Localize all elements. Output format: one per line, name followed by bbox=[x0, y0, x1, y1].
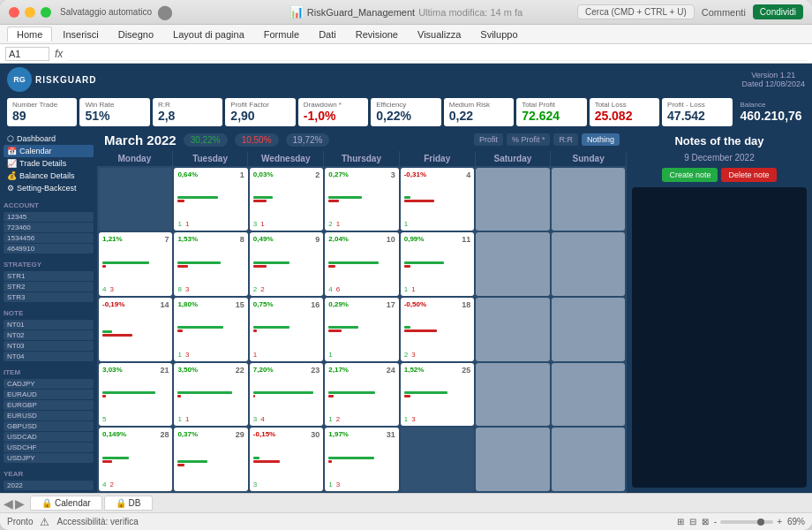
filter-item-str1[interactable]: STR1 bbox=[4, 271, 94, 281]
calendar-cell-31[interactable]: 1,97%3113 bbox=[325, 428, 398, 491]
filter-profit-btn[interactable]: Profit bbox=[474, 133, 503, 146]
calendar-cell-29[interactable]: 0,37%29 bbox=[174, 428, 247, 491]
calendar-cell-2[interactable]: 0,03%231 bbox=[250, 168, 323, 231]
view-page-icon[interactable]: ⊟ bbox=[689, 517, 696, 526]
calendar-cell-3[interactable]: 0,27%321 bbox=[325, 168, 398, 231]
delete-note-button[interactable]: Delete note bbox=[721, 168, 776, 182]
calendar-cell-26[interactable] bbox=[476, 363, 549, 427]
filter-item-euraud[interactable]: EURAUD bbox=[4, 390, 94, 399]
view-normal-icon[interactable]: ⊞ bbox=[677, 517, 684, 526]
sidebar-item-balance[interactable]: 💰Balance Details bbox=[4, 170, 94, 182]
calendar-cell-4[interactable]: -0,31%41 bbox=[401, 168, 474, 231]
calendar-cell-28[interactable]: 0,149%2842 bbox=[99, 428, 172, 491]
calendar-cell-32[interactable] bbox=[401, 428, 474, 491]
filter-item-usdcad[interactable]: USDCAD bbox=[4, 432, 94, 442]
cell-reference[interactable]: A1 bbox=[5, 47, 49, 61]
calendar-cell-1[interactable]: 0,64%111 bbox=[174, 168, 247, 231]
filter-item-eurusd[interactable]: EURUSD bbox=[4, 411, 94, 420]
autosave-toggle[interactable]: ⬤ bbox=[157, 4, 173, 20]
share-button[interactable]: Condividi bbox=[753, 4, 803, 19]
cell-day-3: 3 bbox=[391, 170, 395, 179]
sidebar-item-calendar[interactable]: 📅Calendar bbox=[4, 145, 94, 157]
maximize-button[interactable] bbox=[41, 7, 51, 18]
calendar-cell-19[interactable] bbox=[476, 298, 549, 361]
calendar-cell-8[interactable]: 1,53%883 bbox=[174, 232, 247, 296]
close-button[interactable] bbox=[9, 7, 19, 18]
create-note-button[interactable]: Create note bbox=[662, 168, 718, 182]
calendar-cell-21[interactable]: 3,03%215 bbox=[99, 363, 172, 427]
calendar-cell-5[interactable] bbox=[476, 168, 549, 231]
filter-item-nt03[interactable]: NT03 bbox=[4, 341, 94, 351]
filter-item-eurgbp[interactable]: EURGBP bbox=[4, 400, 94, 410]
green-bar-14 bbox=[102, 330, 112, 333]
calendar-cell-6[interactable] bbox=[552, 168, 625, 231]
tab-home[interactable]: Home bbox=[7, 26, 52, 42]
calendar-cell-22[interactable]: 3,50%2211 bbox=[174, 363, 247, 427]
tab-layout[interactable]: Layout di pagina bbox=[164, 27, 253, 42]
zoom-out-icon[interactable]: - bbox=[714, 517, 717, 526]
calendar-cell-17[interactable]: 0,29%171 bbox=[325, 298, 398, 361]
filter-item-account-4[interactable]: 4649910 bbox=[4, 244, 94, 254]
comments-label[interactable]: Commenti bbox=[702, 7, 746, 18]
calendar-cell-20[interactable] bbox=[552, 298, 625, 361]
filter-nothing-btn[interactable]: Nothing bbox=[582, 133, 620, 146]
zoom-in-icon[interactable]: + bbox=[777, 517, 782, 526]
calendar-cell-30[interactable]: -0,15%303 bbox=[250, 428, 323, 491]
tab-dati[interactable]: Dati bbox=[310, 27, 345, 42]
search-bar[interactable]: Cerca (CMD + CTRL + U) bbox=[577, 4, 695, 19]
zoom-slider[interactable] bbox=[720, 520, 773, 524]
filter-item-nt01[interactable]: NT01 bbox=[4, 320, 94, 329]
calendar-cell-16[interactable]: 0,75%161 bbox=[250, 298, 323, 361]
filter-item-str3[interactable]: STR3 bbox=[4, 292, 94, 302]
stat-label-6: Medium Risk bbox=[449, 101, 508, 109]
red-bar-1 bbox=[177, 200, 184, 202]
sidebar-item-dashboard[interactable]: ⬡Dashboard bbox=[4, 132, 94, 145]
sidebar-item-trade-details[interactable]: 📈Trade Details bbox=[4, 157, 94, 170]
calendar-cell-23[interactable]: 7,20%2334 bbox=[250, 363, 323, 427]
calendar-cell-18[interactable]: -0,50%1823 bbox=[401, 298, 474, 361]
filter-item-cadjpy[interactable]: CADJPY bbox=[4, 379, 94, 389]
filter-pct-profit-btn[interactable]: % Profit * bbox=[507, 133, 551, 146]
filter-item-account-3[interactable]: 1534456 bbox=[4, 233, 94, 243]
tab-inserisci[interactable]: Inserisci bbox=[54, 27, 107, 42]
calendar-cell-13[interactable] bbox=[552, 232, 625, 296]
sheet-tab-db[interactable]: 🔒 DB bbox=[104, 496, 153, 511]
tab-sviluppo[interactable]: Sviluppo bbox=[471, 27, 526, 42]
filter-item-usdjpy[interactable]: USDJPY bbox=[4, 453, 94, 463]
filter-item-account-1[interactable]: 12345 bbox=[4, 212, 94, 222]
cell-day-22: 22 bbox=[236, 366, 244, 375]
filter-item-account-2[interactable]: 723460 bbox=[4, 223, 94, 232]
calendar-cell-0[interactable] bbox=[99, 168, 172, 231]
filter-item-str2[interactable]: STR2 bbox=[4, 282, 94, 292]
calendar-cell-24[interactable]: 2,17%2412 bbox=[325, 363, 398, 427]
accessibility-icon: ⚠ bbox=[40, 516, 49, 528]
filter-item-gbpusd[interactable]: GBPUSD bbox=[4, 421, 94, 431]
tab-revisione[interactable]: Revisione bbox=[347, 27, 407, 42]
nav-right-icon[interactable]: ▶ bbox=[15, 496, 25, 511]
calendar-cell-12[interactable] bbox=[476, 232, 549, 296]
sidebar-item-settings[interactable]: ⚙Setting-Backcest bbox=[4, 182, 94, 194]
calendar-cell-34[interactable] bbox=[552, 428, 625, 491]
calendar-cell-7[interactable]: 1,21%743 bbox=[99, 232, 172, 296]
minimize-button[interactable] bbox=[25, 7, 35, 18]
calendar-cell-33[interactable] bbox=[476, 428, 549, 491]
sheet-tab-calendar[interactable]: 🔒 Calendar bbox=[30, 496, 102, 511]
calendar-cell-14[interactable]: -0,19%14 bbox=[99, 298, 172, 361]
formula-input[interactable] bbox=[68, 47, 807, 61]
tab-disegno[interactable]: Disegno bbox=[109, 27, 162, 42]
calendar-cell-11[interactable]: 0,99%1111 bbox=[401, 232, 474, 296]
calendar-cell-9[interactable]: 0,49%922 bbox=[250, 232, 323, 296]
tab-formule[interactable]: Formule bbox=[255, 27, 308, 42]
view-break-icon[interactable]: ⊠ bbox=[702, 517, 709, 526]
calendar-cell-15[interactable]: 1,80%1513 bbox=[174, 298, 247, 361]
filter-item-nt04[interactable]: NT04 bbox=[4, 352, 94, 361]
calendar-cell-27[interactable] bbox=[552, 363, 625, 427]
nav-left-icon[interactable]: ◀ bbox=[4, 496, 13, 511]
filter-item-year-2022[interactable]: 2022 bbox=[4, 481, 94, 490]
calendar-cell-25[interactable]: 1,52%2513 bbox=[401, 363, 474, 427]
tab-visualizza[interactable]: Visualizza bbox=[409, 27, 470, 42]
filter-item-nt02[interactable]: NT02 bbox=[4, 330, 94, 340]
filter-item-usdchf[interactable]: USDCHF bbox=[4, 443, 94, 452]
filter-rr-btn[interactable]: R:R bbox=[553, 133, 578, 146]
calendar-cell-10[interactable]: 2,04%1046 bbox=[325, 232, 398, 296]
